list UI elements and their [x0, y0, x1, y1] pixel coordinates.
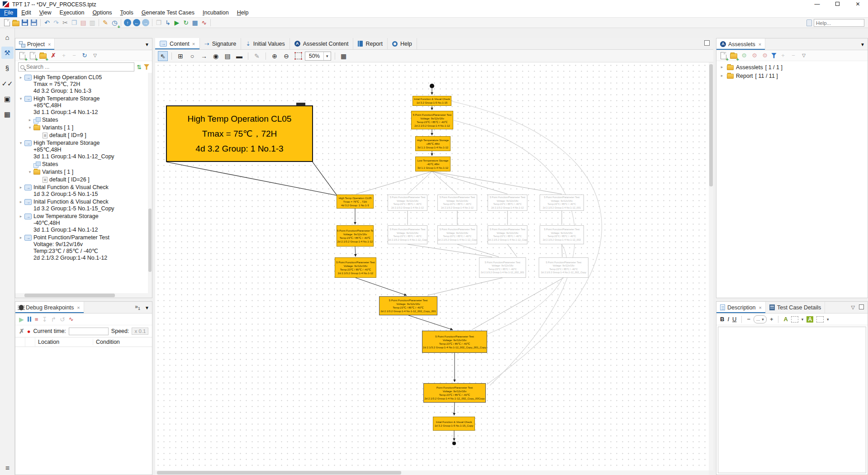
tab-test-case-details[interactable]: Test Case Details	[766, 302, 825, 313]
step-back-button[interactable]: ↺	[60, 316, 65, 323]
panel-dropdown-icon[interactable]: ▼	[145, 42, 149, 47]
diagram-node-low-temp-storage[interactable]: Low Temperature Storage-40℃,48H3d 1.1 Gr…	[415, 157, 451, 171]
go-forward-button[interactable]: →	[141, 18, 150, 27]
diagram-canvas[interactable]: Inital Function & Visual Check1d 3.2 Gro…	[155, 62, 709, 470]
activity-component-icon[interactable]: ▣	[1, 93, 14, 105]
tree-arrow-collapsed-icon[interactable]: ▸	[18, 234, 24, 241]
decrease-size-button[interactable]: −	[747, 316, 750, 323]
paste-special-button[interactable]: ▥	[88, 18, 97, 27]
bold-button[interactable]: B	[720, 316, 724, 323]
tree-arrow-collapsed-icon[interactable]: ▸	[18, 184, 24, 191]
debug-pause-button[interactable]	[28, 317, 31, 322]
redo-button[interactable]: ↷	[52, 18, 61, 27]
sort-filter-icon[interactable]: ⇅	[137, 64, 142, 71]
transition-tool-button[interactable]: →	[199, 51, 209, 61]
add-assesslet-folder-button[interactable]	[730, 52, 738, 60]
final-node-tool-button[interactable]: ◉	[211, 51, 221, 61]
font-color-button[interactable]: A	[783, 316, 787, 323]
diagram-node-ghost-b3[interactable]: 5 Point Function/Parameter TestVoltage: …	[488, 225, 527, 244]
go-back-button[interactable]: ←	[132, 18, 141, 27]
gear-enable-icon[interactable]: ⚙	[740, 52, 748, 60]
menu-edit[interactable]: Edit	[17, 9, 35, 17]
tree-arrow-collapsed-icon[interactable]: ▸	[18, 199, 24, 205]
menu-generate-test-cases[interactable]: Generate Test Cases	[138, 9, 199, 17]
copy-button[interactable]: ❐	[70, 18, 79, 27]
close-icon[interactable]: ×	[192, 41, 195, 47]
more-actions-icon[interactable]: ▽	[91, 52, 99, 60]
project-tree-item[interactable]: ≣default [ ID=9 ]	[15, 132, 152, 139]
project-tree-item[interactable]: ▸→Inital Function & Visual Check1d 3.2 G…	[15, 198, 152, 213]
help-search-input[interactable]	[814, 19, 864, 27]
diagram-node-point-test-copy-001[interactable]: 5 Point Function/Parameter TestVoltage: …	[379, 296, 437, 315]
tree-arrow-collapsed-icon[interactable]: ▸	[719, 72, 725, 79]
filter-funnel-icon[interactable]	[144, 64, 149, 70]
scroll-thumb[interactable]	[157, 471, 401, 475]
debug-play-button[interactable]: ▶	[19, 316, 24, 323]
tab-content[interactable]: →Content×	[155, 38, 200, 49]
edit-declarations-button[interactable]: ✎	[101, 18, 110, 27]
activity-tools-icon[interactable]: ⚒	[1, 47, 14, 59]
refresh-tree-button[interactable]: ↻	[81, 52, 89, 60]
diagram-callout-label[interactable]: High Temp Operation CL05Tmax = 75℃，72H4d…	[166, 105, 313, 162]
scroll-thumb[interactable]	[709, 64, 713, 186]
tree-arrow-collapsed-icon[interactable]: ▸	[18, 74, 24, 81]
diagram-node-point-test-left-2[interactable]: 5 Point Function/Parameter TestVoltage: …	[335, 257, 376, 278]
add-folder-button[interactable]	[39, 52, 47, 60]
activity-checks-icon[interactable]: ✓✓	[1, 77, 14, 90]
diagram-node-ghost-a2[interactable]: 5 Point Function/Parameter TestVoltage: …	[437, 195, 477, 211]
diagram-node-point-test-copy-001-copy[interactable]: 5 Point Function/Parameter TestVoltage: …	[422, 331, 487, 353]
filter-icon[interactable]	[771, 53, 777, 58]
canvas-hscrollbar[interactable]	[155, 470, 709, 475]
diagram-node-ghost-b1[interactable]: 5 Point Function/Parameter TestVoltage: …	[388, 225, 427, 244]
highlight-color-button[interactable]: A	[806, 316, 813, 323]
menu-options[interactable]: Options	[89, 9, 116, 17]
close-icon[interactable]: ×	[48, 42, 51, 47]
gear-disable-icon[interactable]: ⚙	[761, 52, 769, 60]
clear-breakpoints-button[interactable]: ✗	[19, 328, 24, 335]
highlight-swatch[interactable]	[816, 316, 824, 323]
diagram-terminal-dot[interactable]	[452, 442, 456, 445]
scroll-thumb[interactable]	[24, 294, 115, 297]
collapse-button[interactable]: −	[70, 52, 78, 60]
project-tree-item[interactable]: ≣default [ ID=26 ]	[15, 176, 152, 184]
new-file-button[interactable]	[2, 18, 11, 27]
canvas-vscrollbar[interactable]	[709, 62, 713, 470]
expand-button[interactable]: +	[60, 52, 68, 60]
refresh-button[interactable]: ↻	[181, 18, 190, 27]
tree-arrow-expanded-icon[interactable]: ▾	[18, 95, 24, 102]
diagram-node-final-check[interactable]: Inital Function & Visual Check1d 3.2 Gro…	[433, 417, 475, 431]
more-actions-icon[interactable]: ▽	[800, 52, 808, 60]
run-button[interactable]: ▶	[172, 18, 181, 27]
time-settings-button[interactable]: ◷	[110, 18, 119, 27]
project-tree-item[interactable]: ▾Variants [ 1 ]	[15, 124, 152, 132]
project-tree-item[interactable]: States	[15, 161, 152, 168]
tab-description[interactable]: Description×	[716, 302, 766, 313]
diagram-node-point-test-top[interactable]: 5 Point Function/Parameter TestVoltage: …	[411, 111, 453, 129]
font-color-swatch[interactable]	[791, 316, 798, 323]
menu-incubation[interactable]: Incubation	[199, 9, 233, 17]
add-testlet-button[interactable]	[18, 52, 26, 60]
project-hscroll[interactable]	[15, 293, 152, 298]
assesslets-tree-item[interactable]: ▸Report[ 11 / 11 ]	[716, 71, 868, 80]
tree-arrow-collapsed-icon[interactable]: ▸	[27, 117, 33, 124]
menu-view[interactable]: View	[35, 9, 56, 17]
diagram-node-ghost-c2[interactable]: 5 Point Function/Parameter TestVoltage: …	[539, 257, 588, 278]
tree-arrow-expanded-icon[interactable]: ▾	[27, 124, 33, 131]
signal-analyzer-button[interactable]: ∿	[199, 18, 209, 27]
step-into-button[interactable]: ↧	[42, 316, 47, 323]
panel-dropdown-icon[interactable]: ▼	[860, 42, 865, 47]
activity-home-icon[interactable]: ⌂	[1, 31, 14, 43]
menu-tools[interactable]: Tools	[116, 9, 138, 17]
tab-project[interactable]: Project ×	[15, 38, 55, 50]
diagram-node-ghost-c1[interactable]: 5 Point Function/Parameter TestVoltage: …	[479, 257, 526, 278]
diagram-node-high-temp-operation[interactable]: High Temp Operation CL05Tmax = 75℃，72H4d…	[337, 195, 374, 209]
save-button[interactable]	[20, 18, 29, 27]
format-brush-button[interactable]: ✎	[252, 51, 262, 61]
maximize-button[interactable]	[827, 0, 848, 9]
increase-size-button[interactable]: +	[770, 316, 773, 323]
tab-initial-values[interactable]: ⇣Initial Values	[241, 38, 289, 49]
diagram-node-initial-check[interactable]: Inital Function & Visual Check1d 3.2 Gro…	[413, 96, 451, 106]
debug-analyzer-button[interactable]: ∿	[69, 316, 74, 323]
description-text-area[interactable]	[718, 327, 866, 473]
column-condition[interactable]: Condition	[93, 339, 152, 345]
